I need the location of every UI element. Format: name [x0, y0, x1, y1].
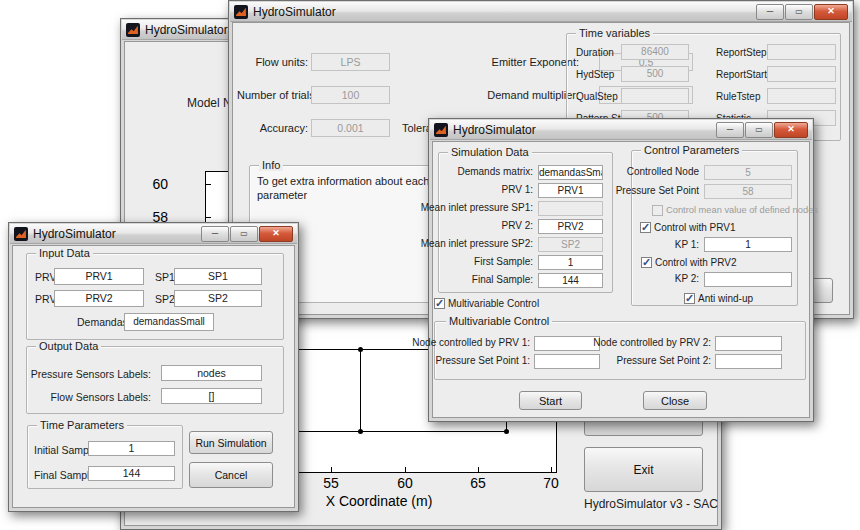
controlled-node-field[interactable]: 5 [704, 165, 792, 180]
x-tick [331, 467, 332, 472]
kp2-field[interactable] [704, 272, 792, 287]
accuracy-field[interactable]: 0.001 [311, 119, 390, 137]
pressure-set-point1-label: Pressure Set Point 1: [436, 355, 531, 366]
mean-inlet-pressure-sp1-field[interactable] [538, 201, 603, 216]
start-button[interactable]: Start [519, 391, 582, 410]
multivariable-control-checkbox[interactable] [434, 298, 445, 309]
pressure-set-point2-field[interactable] [715, 354, 782, 369]
matlab-icon [126, 23, 140, 37]
pressure-set-point1-field[interactable] [534, 354, 600, 369]
matlab-icon [434, 123, 448, 137]
simulation-data-group: Demands matrix: demandasSmall PRV 1: PRV… [438, 152, 613, 293]
control-mean-checkbox-label: Control mean value of defined nodes [666, 205, 818, 215]
time-parameters-group: Initial Sample: 1 Final Sample: 144 [27, 425, 183, 489]
final-sample-field[interactable]: 144 [538, 273, 603, 288]
input-data-group-label: Input Data [36, 247, 93, 259]
time-parameters-group-label: Time Parameters [37, 419, 127, 431]
prv2-field[interactable]: PRV2 [54, 290, 144, 307]
exit-button[interactable]: Exit [584, 447, 703, 492]
cancel-button[interactable]: Cancel [189, 462, 273, 488]
demandas-field[interactable]: demandasSmall [124, 313, 214, 331]
final-sample-field[interactable]: 144 [88, 466, 175, 481]
prv1-field[interactable]: PRV1 [538, 183, 603, 198]
reportstep-label: ReportStep [716, 47, 767, 58]
qualstep-label: QualStep [576, 91, 618, 102]
maximize-button[interactable] [230, 226, 258, 242]
x-tick [478, 467, 479, 472]
duration-field[interactable]: 86400 [621, 44, 689, 60]
qualstep-field[interactable] [621, 88, 689, 104]
control-mean-checkbox[interactable] [652, 205, 663, 216]
y-tick-label: 60 [121, 176, 168, 192]
number-of-trials-field[interactable]: 100 [311, 86, 390, 104]
pressure-sensors-labels-field[interactable]: nodes [161, 365, 262, 381]
flow-units-field[interactable]: LPS [311, 53, 390, 71]
minimize-button[interactable] [756, 4, 784, 20]
mean-inlet-pressure-sp2-field[interactable]: SP2 [538, 237, 603, 252]
close-icon[interactable] [774, 122, 808, 138]
reportstart-field[interactable] [767, 66, 836, 82]
prv1-field[interactable]: PRV1 [54, 268, 144, 285]
demands-matrix-field[interactable]: demandasSmall [538, 165, 603, 180]
x-axis-label: X Coordinate (m) [279, 493, 479, 509]
titlebar[interactable]: HydroSimulator [10, 224, 297, 244]
hydstep-label: HydStep [576, 69, 614, 80]
sp2-field[interactable]: SP2 [174, 290, 262, 307]
titlebar[interactable]: HydroSimulator [430, 120, 812, 140]
prv2-field[interactable]: PRV2 [538, 219, 603, 234]
initial-sample-field[interactable]: 1 [88, 441, 175, 456]
control-with-prv1-checkbox[interactable] [640, 222, 651, 233]
anti-windup-checkbox[interactable] [684, 293, 695, 304]
flow-sensors-labels-field[interactable]: [] [161, 388, 262, 404]
simulation-data-group-label: Simulation Data [448, 146, 532, 158]
window-title: HydroSimulator [253, 5, 336, 19]
hydstep-field[interactable]: 500 [621, 66, 689, 82]
first-sample-label: First Sample: [474, 256, 533, 267]
info-text-line2: parameter [257, 189, 307, 201]
reportstart-label: ReportStart [716, 69, 767, 80]
app-version-label: HydroSimulator v3 - SAC [561, 497, 741, 511]
ruletstep-label: RuleTstep [716, 91, 760, 102]
network-node [358, 347, 363, 352]
reportstep-field[interactable] [767, 44, 836, 60]
titlebar[interactable]: HydroSimulator [230, 2, 852, 22]
flow-sensors-labels-label: Flow Sensors Labels: [51, 391, 151, 403]
close-icon[interactable] [259, 226, 293, 242]
control-parameters-group-label: Control Parameters [641, 144, 742, 156]
network-node [504, 429, 509, 434]
minimize-button[interactable] [716, 122, 744, 138]
flow-units-label: Flow units: [237, 56, 308, 68]
kp1-field[interactable]: 1 [704, 237, 792, 252]
info-group-label: Info [259, 159, 283, 171]
minimize-button[interactable] [201, 226, 229, 242]
demand-multiplier-label: Demand multiplier: [479, 89, 579, 101]
run-simulation-button[interactable]: Run Simulation [189, 431, 273, 454]
pressure-set-point-field[interactable]: 58 [704, 184, 792, 199]
kp2-label: KP 2: [675, 273, 699, 284]
maximize-button[interactable] [785, 4, 813, 20]
pipe-link [360, 349, 361, 432]
output-data-group: Pressure Sensors Labels: nodes Flow Sens… [26, 346, 284, 414]
close-button[interactable]: Close [643, 391, 707, 410]
input-window: HydroSimulator PRV 1: PRV1 SP1: SP1 PRV2… [8, 222, 299, 512]
ruletstep-field[interactable] [767, 88, 836, 104]
final-sample-label: Final Sample: [472, 274, 533, 285]
output-data-group-label: Output Data [36, 340, 101, 352]
node-controlled-by-prv1-field[interactable] [534, 336, 600, 351]
node-controlled-by-prv2-field[interactable] [715, 336, 782, 351]
kp1-label: KP 1: [675, 239, 699, 250]
anti-windup-label: Anti wind-up [698, 293, 753, 304]
maximize-button[interactable] [745, 122, 773, 138]
sp1-field[interactable]: SP1 [174, 268, 262, 285]
x-tick-label: 65 [458, 475, 498, 491]
control-with-prv2-checkbox[interactable] [641, 257, 652, 268]
emitter-exponent-label: Emitter Exponent: [479, 56, 579, 68]
duration-label: Duration [576, 47, 614, 58]
pressure-set-point2-label: Pressure Set Point 2: [617, 355, 712, 366]
first-sample-field[interactable]: 1 [538, 255, 603, 270]
control-with-prv2-label: Control with PRV2 [655, 257, 737, 268]
pressure-sensors-labels-label: Pressure Sensors Labels: [31, 368, 151, 380]
matlab-icon [14, 227, 28, 241]
control-with-prv1-label: Control with PRV1 [654, 222, 736, 233]
close-icon[interactable] [814, 4, 848, 20]
